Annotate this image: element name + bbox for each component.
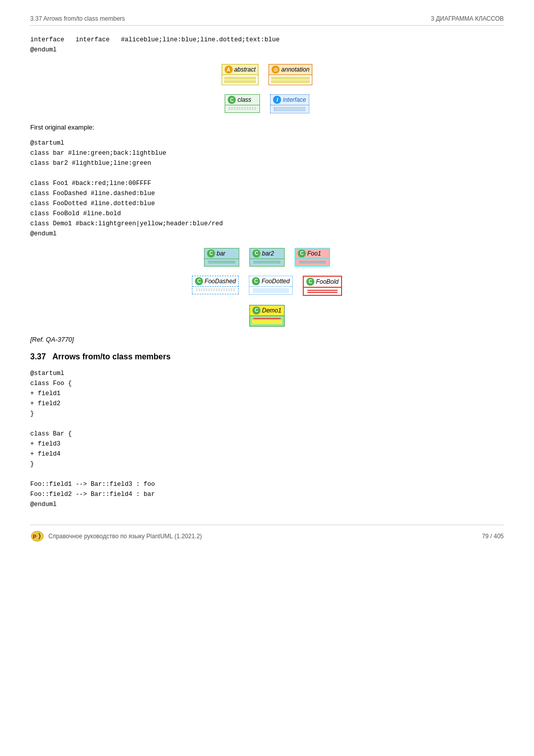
bar-icon: C [207, 249, 215, 258]
uml-demo1-box: C Demo1 [249, 305, 285, 327]
uml-foo1-box: C Foo1 [295, 248, 330, 267]
plantuml-logo-icon: P [30, 529, 44, 543]
foodashed-body-line1 [196, 289, 235, 289]
diagram-row-1: A abstract @ annotation [30, 64, 504, 85]
bar2-body-line2 [253, 263, 281, 263]
foodotted-header: C FooDotted [249, 276, 292, 287]
class-body-line1 [229, 107, 256, 108]
foobold-header: C FooBold [304, 277, 341, 288]
code-line: } [30, 459, 504, 469]
code-line: class Bar { [30, 429, 504, 439]
abstract-icon: A [225, 66, 233, 74]
foodotted-label: FooDotted [261, 278, 290, 285]
demo1-body-line1 [253, 318, 281, 319]
class-body [225, 105, 259, 112]
bar-header: C bar [205, 248, 239, 259]
bar-body-line1 [208, 261, 235, 262]
code-line: class Foo1 #back:red;line:00FFFF [30, 178, 504, 188]
foodashed-header: C FooDashed [192, 276, 238, 287]
abstract-stripe1 [224, 77, 256, 80]
uml-abstract-box: A abstract [222, 64, 259, 85]
class-header: C class [225, 95, 259, 105]
interface-label: interface [283, 96, 306, 103]
foodotted-body [249, 287, 292, 294]
demo1-header: C Demo1 [250, 305, 284, 316]
foodashed-body [192, 287, 238, 294]
code-block-2: @startuml class Foo { + field1 + field2 … [30, 368, 504, 510]
uml-bar-box: C bar [204, 248, 239, 267]
code-line [30, 419, 504, 429]
foodotted-icon: C [252, 277, 260, 285]
annotation-header: @ annotation [269, 65, 312, 75]
footer-logo-area: P Справочное руководство по языку PlantU… [30, 529, 202, 543]
abstract-body [222, 75, 258, 85]
page-header: 3.37 Arrows from/to class members 3 ДИАГ… [30, 15, 504, 26]
demo1-body-stripe [252, 320, 282, 324]
code-line: + field2 [30, 399, 504, 409]
annotation-icon: @ [272, 66, 280, 74]
diagram-row-4: C FooDashed C FooDotted C Foo [30, 276, 504, 296]
code-line: } [30, 409, 504, 419]
foobold-body-line2 [307, 292, 338, 293]
uml-annotation-box: @ annotation [269, 64, 312, 85]
intro-code: interface interface #aliceblue;line:blue… [30, 35, 504, 55]
code-line: class Foo { [30, 379, 504, 389]
uml-foodotted-box: C FooDotted [249, 276, 293, 295]
diagram-row-2: C class I interface [30, 94, 504, 113]
foo1-body-line1 [299, 261, 326, 262]
demo1-body [250, 316, 284, 326]
interface-body [271, 105, 308, 113]
foo1-header: C Foo1 [295, 248, 329, 259]
code-line: @startuml [30, 368, 504, 379]
annotation-stripe1 [271, 77, 310, 80]
foo1-icon: C [298, 249, 306, 258]
code-line: class Demo1 #back:lightgreen|yellow;head… [30, 219, 504, 229]
foo1-label: Foo1 [307, 250, 321, 257]
foodashed-icon: C [195, 277, 203, 285]
bar2-body-line1 [253, 261, 281, 262]
code-line: class bar2 #lightblue;line:green [30, 158, 504, 168]
code-line: Foo::field2 --> Bar::field4 : bar [30, 489, 504, 499]
code-line: class bar #line:green;back:lightblue [30, 148, 504, 158]
annotation-body [269, 75, 312, 85]
svg-text:P: P [33, 534, 36, 540]
foodotted-body-line2 [253, 290, 289, 291]
foodotted-body-line1 [253, 289, 289, 289]
header-left: 3.37 Arrows from/to class members [30, 15, 125, 22]
diagram-row-5: C Demo1 [30, 305, 504, 327]
abstract-label: abstract [234, 66, 256, 73]
footer-text: Справочное руководство по языку PlantUML… [48, 533, 202, 540]
code-line [30, 469, 504, 479]
header-right: 3 ДИАГРАММА КЛАССОВ [431, 15, 504, 22]
intro-code-line1: interface interface #aliceblue;line:blue… [30, 35, 504, 45]
code-line: + field4 [30, 449, 504, 459]
section-title: 3.37 Arrows from/to class members [30, 352, 504, 361]
uml-foobold-box: C FooBold [303, 276, 342, 296]
bar2-body [250, 259, 284, 266]
foodashed-body-line2 [196, 290, 235, 291]
intro-code-line2: @enduml [30, 45, 504, 55]
section-number: 3.37 [30, 352, 46, 361]
foo1-body-line2 [299, 263, 326, 263]
interface-body-line3 [274, 110, 305, 111]
code-line: + field1 [30, 389, 504, 399]
interface-body-line2 [274, 109, 305, 109]
code-line: class FooBold #line.bold [30, 209, 504, 219]
abstract-header: A abstract [222, 65, 258, 75]
demo1-label: Demo1 [262, 307, 282, 314]
page-footer: P Справочное руководство по языку PlantU… [30, 525, 504, 543]
foobold-body-line1 [307, 290, 338, 291]
foobold-label: FooBold [316, 278, 339, 285]
bar2-icon: C [252, 249, 260, 258]
bar2-label: bar2 [262, 250, 274, 257]
code-line: class FooDashed #line.dashed:blue [30, 188, 504, 199]
ref-text: [Ref. QA-3770] [30, 336, 504, 343]
interface-icon: I [273, 96, 281, 104]
code-block-1: @startuml class bar #line:green;back:lig… [30, 138, 504, 239]
code-line [30, 168, 504, 178]
interface-header: I interface [271, 95, 308, 105]
first-example-label: First original example: [30, 122, 504, 133]
foo1-body [295, 259, 329, 266]
code-line: @enduml [30, 499, 504, 510]
class-body-line2 [229, 109, 256, 109]
